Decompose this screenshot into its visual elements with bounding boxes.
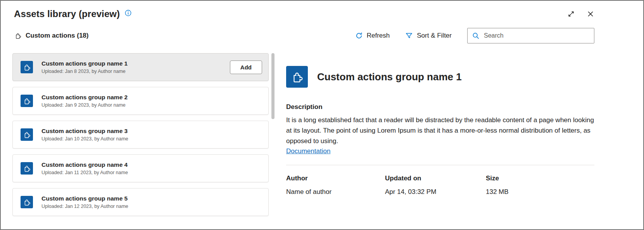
list-item-text: Custom actions group name 4 Uploaded: Ja… <box>41 161 262 175</box>
main-content: Custom actions group name 1 Uploaded: Ja… <box>1 53 643 227</box>
list-item-text: Custom actions group name 3 Uploaded: Ja… <box>41 128 262 142</box>
info-icon[interactable] <box>124 9 132 17</box>
toolbar: Custom actions (18) Refresh Sort & <box>1 19 643 43</box>
title-bar: Assets library (preview) <box>1 1 643 19</box>
updated-on-value: Apr 14, 03:32 PM <box>385 188 486 196</box>
add-button[interactable]: Add <box>230 61 262 74</box>
list-item[interactable]: Custom actions group name 1 Uploaded: Ja… <box>12 53 269 81</box>
description-text: It is a long established fact that a rea… <box>286 115 594 146</box>
list-item[interactable]: Custom actions group name 5 Uploaded: Ja… <box>12 188 269 216</box>
close-icon[interactable] <box>587 10 594 18</box>
section-header: Custom actions (18) <box>14 32 88 40</box>
description-heading: Description <box>286 103 594 111</box>
list-item[interactable]: Custom actions group name 4 Uploaded: Ja… <box>12 154 269 182</box>
list-item-subtitle: Uploaded: Jan 8 2023, by Author name <box>41 69 230 74</box>
documentation-link[interactable]: Documentation <box>286 147 330 155</box>
details-panel: Custom actions group name 1 Description … <box>275 53 643 227</box>
list-item-title: Custom actions group name 5 <box>41 195 262 202</box>
sort-filter-label: Sort & Filter <box>417 32 452 40</box>
size-value: 132 MB <box>486 188 594 196</box>
custom-actions-list: Custom actions group name 1 Uploaded: Ja… <box>12 53 269 227</box>
list-item-subtitle: Uploaded: Jan 10 2023, by Author name <box>41 136 262 142</box>
list-item-text: Custom actions group name 1 Uploaded: Ja… <box>41 60 230 74</box>
details-title: Custom actions group name 1 <box>317 71 462 83</box>
list-item-subtitle: Uploaded: Jan 9 2023, by Author name <box>41 102 262 108</box>
list-item-title: Custom actions group name 2 <box>41 94 262 101</box>
list-item[interactable]: Custom actions group name 2 Uploaded: Ja… <box>12 87 269 115</box>
search-icon <box>472 32 480 40</box>
search-box[interactable] <box>467 28 594 43</box>
filter-icon <box>405 32 413 40</box>
assets-library-dialog: Assets library (preview) <box>0 0 644 230</box>
details-header: Custom actions group name 1 <box>286 66 594 88</box>
list-item-subtitle: Uploaded: Jan 12 2023, by Author name <box>41 204 262 209</box>
custom-actions-icon <box>286 66 308 88</box>
scrollbar-thumb[interactable] <box>271 53 275 119</box>
list-item-title: Custom actions group name 3 <box>41 128 262 135</box>
search-input[interactable] <box>483 32 590 40</box>
custom-actions-icon <box>21 196 33 208</box>
section-title: Custom actions (18) <box>26 32 88 40</box>
custom-actions-icon <box>14 32 22 40</box>
updated-on-label: Updated on <box>385 175 486 182</box>
list-item-subtitle: Uploaded: Jan 11 2023, by Author name <box>41 170 262 175</box>
list-scrollbar[interactable] <box>271 53 275 227</box>
author-label: Author <box>286 175 385 182</box>
custom-actions-icon <box>21 162 33 175</box>
page-title: Assets library (preview) <box>14 9 120 19</box>
refresh-button[interactable]: Refresh <box>355 32 390 40</box>
custom-actions-icon <box>21 128 33 141</box>
list-item-title: Custom actions group name 1 <box>41 60 230 67</box>
list-item[interactable]: Custom actions group name 3 Uploaded: Ja… <box>12 121 269 149</box>
refresh-label: Refresh <box>367 32 390 40</box>
author-value: Name of author <box>286 188 385 196</box>
metadata-grid: Author Updated on Size Name of author Ap… <box>286 175 594 196</box>
sort-filter-button[interactable]: Sort & Filter <box>405 32 452 40</box>
list-item-title: Custom actions group name 4 <box>41 161 262 168</box>
list-item-text: Custom actions group name 2 Uploaded: Ja… <box>41 94 262 108</box>
toolbar-actions: Refresh Sort & Filter <box>355 28 594 43</box>
title-group: Assets library (preview) <box>14 9 132 19</box>
window-controls <box>567 10 594 18</box>
list-item-text: Custom actions group name 5 Uploaded: Ja… <box>41 195 262 209</box>
expand-icon[interactable] <box>567 10 575 18</box>
custom-actions-icon <box>21 61 33 73</box>
divider <box>286 165 594 165</box>
custom-actions-icon <box>21 95 33 107</box>
refresh-icon <box>355 32 363 40</box>
size-label: Size <box>486 175 594 182</box>
list-column: Custom actions group name 1 Uploaded: Ja… <box>1 53 275 227</box>
